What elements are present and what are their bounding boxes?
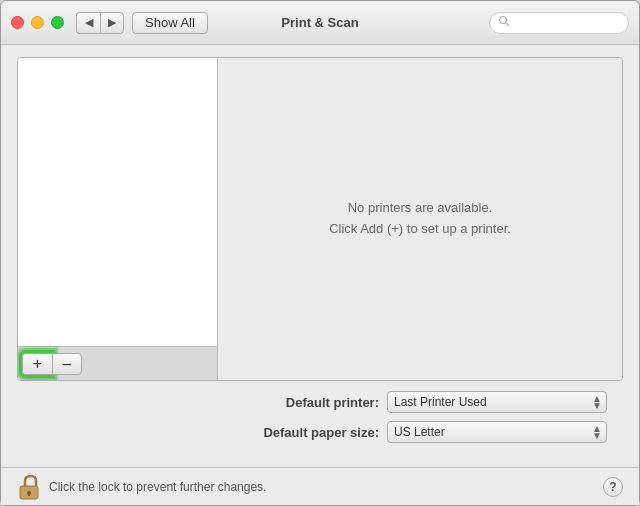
window-title-text: Print & Scan bbox=[281, 15, 358, 30]
settings-area: Default printer: Last Printer Used None … bbox=[17, 381, 623, 455]
printer-list-content bbox=[18, 58, 217, 346]
printer-detail-panel: No printers are available. Click Add (+)… bbox=[218, 58, 622, 380]
window-title: Print & Scan bbox=[281, 15, 358, 30]
content-area: + – No printers are available. Click Add… bbox=[1, 45, 639, 467]
lock-icon[interactable] bbox=[17, 473, 41, 501]
default-printer-row: Default printer: Last Printer Used None … bbox=[33, 391, 607, 413]
default-printer-select[interactable]: Last Printer Used None bbox=[387, 391, 607, 413]
default-paper-select[interactable]: US Letter A4 Legal A3 bbox=[387, 421, 607, 443]
default-paper-row: Default paper size: US Letter A4 Legal A… bbox=[33, 421, 607, 443]
default-printer-label: Default printer: bbox=[239, 395, 379, 410]
no-printers-line2: Click Add (+) to set up a printer. bbox=[329, 219, 511, 240]
forward-button[interactable]: ▶ bbox=[100, 12, 124, 34]
svg-line-1 bbox=[506, 23, 509, 26]
nav-buttons: ◀ ▶ bbox=[76, 12, 124, 34]
remove-printer-button[interactable]: – bbox=[52, 353, 82, 375]
search-icon bbox=[498, 15, 510, 30]
close-button[interactable] bbox=[11, 16, 24, 29]
printer-list-panel: + – bbox=[18, 58, 218, 380]
footer: Click the lock to prevent further change… bbox=[1, 467, 639, 505]
traffic-lights bbox=[11, 16, 64, 29]
no-printers-message: No printers are available. Click Add (+)… bbox=[329, 198, 511, 240]
help-button[interactable]: ? bbox=[603, 477, 623, 497]
print-scan-window: ◀ ▶ Show All Print & Scan + bbox=[0, 0, 640, 506]
list-bottom-bar: + – bbox=[18, 346, 217, 380]
add-printer-button[interactable]: + bbox=[22, 353, 52, 375]
titlebar: ◀ ▶ Show All Print & Scan bbox=[1, 1, 639, 45]
default-paper-label: Default paper size: bbox=[239, 425, 379, 440]
svg-rect-4 bbox=[28, 493, 30, 496]
back-button[interactable]: ◀ bbox=[76, 12, 100, 34]
search-input[interactable] bbox=[514, 16, 620, 30]
minimize-button[interactable] bbox=[31, 16, 44, 29]
main-area: + – No printers are available. Click Add… bbox=[17, 57, 623, 381]
maximize-button[interactable] bbox=[51, 16, 64, 29]
no-printers-line1: No printers are available. bbox=[329, 198, 511, 219]
default-paper-select-wrapper: US Letter A4 Legal A3 ▲ ▼ bbox=[387, 421, 607, 443]
default-printer-select-wrapper: Last Printer Used None ▲ ▼ bbox=[387, 391, 607, 413]
lock-text: Click the lock to prevent further change… bbox=[49, 480, 266, 494]
search-box[interactable] bbox=[489, 12, 629, 34]
show-all-button[interactable]: Show All bbox=[132, 12, 208, 34]
